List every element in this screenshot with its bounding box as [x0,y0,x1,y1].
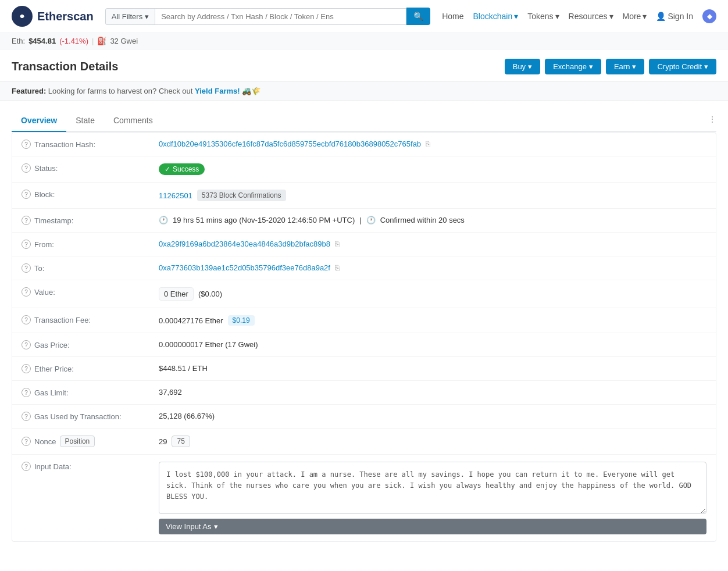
nav-home[interactable]: Home [442,12,463,21]
input-data-label: ? Input Data: [22,462,149,471]
top-navigation: Etherscan All Filters ▾ 🔍 Home Blockchai… [0,0,728,33]
value-value: 0 Ether ($0.00) [159,287,706,301]
separator: | [359,216,361,224]
user-icon: 👤 [656,12,666,21]
filter-label: All Filters [112,12,142,21]
search-area: All Filters ▾ 🔍 [105,8,430,25]
eth-network-icon[interactable]: ◆ [702,9,716,23]
clock-icon: 🕐 [159,216,168,224]
tab-more-icon[interactable]: ⋮ [708,115,716,124]
chevron-down-icon: ▾ [589,62,593,71]
chevron-down-icon: ▾ [528,62,532,71]
nav-more[interactable]: More ▾ [623,12,647,21]
gas-icon: ⛽ [97,37,106,45]
gas-used-label: ? Gas Used by Transaction: [22,412,149,421]
chevron-down-icon: ▾ [609,12,613,21]
help-icon[interactable]: ? [22,315,31,324]
search-input[interactable] [155,8,406,25]
nonce-label: ? Nonce Position [22,436,149,447]
help-icon[interactable]: ? [22,437,31,446]
status-row: ? Status: ✓ Success [12,156,716,183]
to-address[interactable]: 0xa773603b139ae1c52d05b35796df3ee76d8a9a… [159,263,330,272]
copy-from-button[interactable]: ⎘ [335,240,340,248]
svg-point-1 [20,15,24,18]
page-title: Transaction Details [12,60,118,73]
help-icon[interactable]: ? [22,462,31,471]
nav-right: Home Blockchain ▾ Tokens ▾ Resources ▾ M… [442,9,716,23]
page-header: Transaction Details Buy ▾ Exchange ▾ Ear… [0,49,728,81]
help-icon[interactable]: ? [22,163,31,173]
logo-text: Etherscan [37,10,94,23]
chevron-down-icon: ▾ [704,62,708,71]
to-label: ? To: [22,263,149,273]
transaction-hash-value: 0xdf10b20e49135306cfe16fc87da5fc6d859755… [159,140,706,148]
help-icon[interactable]: ? [22,263,31,273]
earn-button[interactable]: Earn ▾ [606,59,644,74]
help-icon[interactable]: ? [22,190,31,199]
checkmark-icon: ✓ [165,165,170,173]
tabs: Overview State Comments ⋮ [12,110,716,132]
fee-usd: $0.19 [228,315,255,326]
logo-icon [12,6,33,27]
position-badge: Position [60,436,95,447]
status-label: ? Status: [22,163,149,173]
help-icon[interactable]: ? [22,140,31,149]
block-number[interactable]: 11262501 [159,191,192,200]
gas-value: 32 Gwei [110,37,138,45]
help-icon[interactable]: ? [22,216,31,225]
transaction-hash: 0xdf10b20e49135306cfe16fc87da5fc6d859755… [159,140,421,148]
gas-used-row: ? Gas Used by Transaction: 25,128 (66.67… [12,405,716,429]
nav-signin[interactable]: 👤 Sign In [656,12,693,21]
nav-tokens[interactable]: Tokens ▾ [527,12,559,21]
status-value: ✓ Success [159,163,706,175]
featured-label: Featured: [12,87,46,95]
nav-resources[interactable]: Resources ▾ [569,12,613,21]
nav-blockchain[interactable]: Blockchain ▾ [473,12,519,21]
help-icon[interactable]: ? [22,287,31,297]
filter-dropdown[interactable]: All Filters ▾ [105,8,155,25]
tab-comments[interactable]: Comments [104,110,162,132]
search-button[interactable]: 🔍 [406,8,430,25]
chevron-down-icon: ▾ [632,62,636,71]
gas-price-label: ? Gas Price: [22,340,149,349]
gas-limit-label: ? Gas Limit: [22,388,149,397]
from-label: ? From: [22,240,149,249]
value-row: ? Value: 0 Ether ($0.00) [12,280,716,308]
input-data-row: ? Input Data: I lost $100,000 in your at… [12,455,716,541]
logo-area[interactable]: Etherscan [12,6,94,27]
block-label: ? Block: [22,190,149,199]
buy-button[interactable]: Buy ▾ [505,59,540,74]
value-label: ? Value: [22,287,149,297]
main-content: Overview State Comments ⋮ ? Transaction … [0,101,728,551]
view-input-button[interactable]: View Input As ▾ [159,519,706,534]
chevron-down-icon: ▾ [145,12,149,21]
ether-value: 0 Ether [159,287,194,301]
yield-farms-link[interactable]: Yield Farms! 🚜🌾 [195,87,260,95]
chevron-down-icon: ▾ [514,12,518,21]
nonce-value: 29 75 [159,436,706,447]
copy-to-button[interactable]: ⎘ [335,263,340,272]
sub-header: Eth: $454.81 (-1.41%) | ⛽ 32 Gwei [0,33,728,49]
help-icon[interactable]: ? [22,340,31,349]
tab-state[interactable]: State [66,110,104,132]
ether-price-row: ? Ether Price: $448.51 / ETH [12,357,716,381]
help-icon[interactable]: ? [22,364,31,373]
help-icon[interactable]: ? [22,412,31,421]
eth-price: $454.81 [28,37,56,45]
chevron-down-icon: ▾ [643,12,647,21]
crypto-credit-button[interactable]: Crypto Credit ▾ [649,59,716,74]
featured-bar: Featured: Looking for farms to harvest o… [0,81,728,101]
help-icon[interactable]: ? [22,240,31,249]
fee-label: ? Transaction Fee: [22,315,149,324]
input-data-box[interactable]: I lost $100,000 in your attack. I am a n… [159,462,706,514]
tab-overview[interactable]: Overview [12,110,66,132]
help-icon[interactable]: ? [22,388,31,397]
separator: | [92,37,94,45]
exchange-button[interactable]: Exchange ▾ [545,59,601,74]
eth-label: Eth: [12,37,25,45]
copy-hash-button[interactable]: ⎘ [426,140,430,148]
from-address[interactable]: 0xa29f9169a6bd23864e30ea4846a3d9b2bfac89… [159,240,330,248]
action-buttons: Buy ▾ Exchange ▾ Earn ▾ Crypto Credit ▾ [505,59,716,74]
status-badge: ✓ Success [159,163,205,175]
eth-change: (-1.41%) [59,37,88,45]
